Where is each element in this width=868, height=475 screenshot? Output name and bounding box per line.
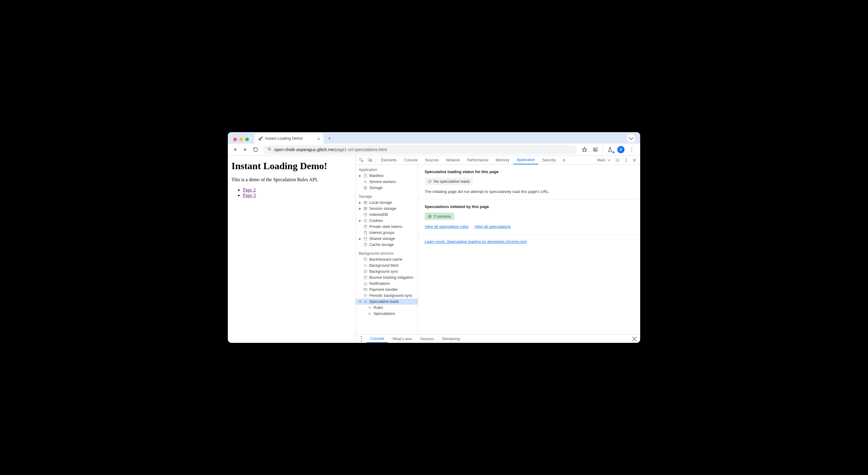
view-rules-link[interactable]: View all speculation rules bbox=[425, 224, 469, 229]
url-text: open-chalk-asparagus.glitch.me/page1-url… bbox=[274, 147, 387, 152]
experiments-button[interactable] bbox=[605, 145, 615, 154]
new-tab-button[interactable]: + bbox=[326, 134, 334, 143]
close-devtools-icon[interactable] bbox=[630, 156, 638, 164]
svg-point-8 bbox=[631, 148, 632, 148]
sidebar-item-indexeddb[interactable]: IndexedDB bbox=[356, 212, 418, 218]
sidebar-item-payment[interactable]: Payment handler bbox=[356, 287, 418, 293]
updown-icon bbox=[367, 311, 372, 316]
reload-button[interactable] bbox=[251, 145, 260, 154]
devtools-tab-network[interactable]: Network bbox=[443, 156, 463, 165]
sync-icon bbox=[363, 269, 368, 274]
sidebar-item-bfcache[interactable]: Back/forward cache bbox=[356, 257, 418, 263]
svg-rect-7 bbox=[595, 149, 596, 150]
minimize-window-button[interactable] bbox=[239, 138, 243, 141]
view-speculations-link[interactable]: View all speculations bbox=[474, 224, 510, 229]
svg-line-43 bbox=[429, 181, 431, 182]
address-bar[interactable]: open-chalk-asparagus.glitch.me/page1-url… bbox=[264, 145, 577, 154]
sidebar-item-storage[interactable]: Storage bbox=[356, 185, 418, 191]
frame-selector[interactable]: Main bbox=[595, 158, 613, 162]
status-text: The initiating page did not attempt to s… bbox=[425, 189, 633, 194]
sidebar-item-rules[interactable]: Rules bbox=[356, 305, 418, 310]
devtools-tab-application[interactable]: Application bbox=[513, 156, 538, 165]
svg-point-10 bbox=[631, 151, 632, 151]
page-heading: Instant Loading Demo! bbox=[231, 160, 352, 172]
file-icon bbox=[363, 173, 368, 178]
svg-point-29 bbox=[364, 213, 367, 214]
sidebar-item-private-tokens[interactable]: Private state tokens bbox=[356, 224, 418, 230]
forward-button[interactable] bbox=[241, 145, 250, 154]
maximize-window-button[interactable] bbox=[245, 138, 249, 141]
sidebar-item-cache-storage[interactable]: Cache storage bbox=[356, 242, 418, 248]
sidebar-item-interest-groups[interactable]: Interest groups bbox=[356, 230, 418, 236]
sidebar-section-title: Application bbox=[356, 167, 418, 173]
svg-point-35 bbox=[364, 237, 367, 238]
table-icon bbox=[363, 200, 368, 205]
separator: · bbox=[471, 224, 472, 229]
tab-close-icon[interactable]: × bbox=[317, 136, 320, 141]
extensions-button[interactable] bbox=[590, 145, 600, 154]
device-toolbar-icon[interactable] bbox=[366, 156, 374, 164]
drawer-tab-whatsnew[interactable]: What's new bbox=[389, 335, 415, 343]
devtools-tab-security[interactable]: Security bbox=[539, 156, 559, 165]
learn-more-link[interactable]: Learn more: Speculative loading on devel… bbox=[425, 239, 527, 244]
close-drawer-icon[interactable] bbox=[630, 335, 638, 343]
updown-icon bbox=[363, 263, 368, 268]
drawer-tab-console[interactable]: Console bbox=[367, 335, 388, 343]
table-icon bbox=[363, 206, 368, 211]
settings-icon[interactable] bbox=[614, 156, 621, 164]
updown-icon bbox=[367, 305, 372, 310]
close-window-button[interactable] bbox=[233, 138, 237, 141]
sidebar-item-manifest[interactable]: ▶Manifest bbox=[356, 173, 418, 179]
status-badge: No speculative loads bbox=[425, 178, 473, 185]
database-icon bbox=[363, 257, 368, 262]
devtools-menu-icon[interactable] bbox=[622, 156, 630, 164]
tab-overflow-button[interactable] bbox=[627, 134, 636, 143]
sidebar-item-speculations[interactable]: Speculations bbox=[356, 310, 418, 317]
tab-title: Instant Loading Demo! bbox=[265, 136, 315, 141]
toolbar: open-chalk-asparagus.glitch.me/page1-url… bbox=[228, 144, 640, 156]
sidebar-item-shared-storage[interactable]: ▶Shared storage bbox=[356, 236, 418, 242]
init-heading: Speculations initiated by this page bbox=[425, 204, 633, 209]
devtools-tab-performance[interactable]: Performance bbox=[464, 156, 492, 165]
devtools-panel: Elements Console Sources Network Perform… bbox=[356, 156, 640, 343]
bookmark-button[interactable] bbox=[580, 145, 589, 154]
clock-icon bbox=[363, 293, 368, 298]
sidebar-item-bounce[interactable]: Bounce tracking mitigation bbox=[356, 274, 418, 280]
sidebar-item-notifications[interactable]: Notifications bbox=[356, 280, 418, 287]
devtools-tab-console[interactable]: Console bbox=[401, 156, 421, 165]
sidebar-item-periodic-sync[interactable]: Periodic background sync bbox=[356, 293, 418, 299]
page-link[interactable]: Page 3 bbox=[243, 192, 256, 198]
chrome-menu-button[interactable] bbox=[627, 145, 637, 154]
sidebar-item-speculative-loads[interactable]: ▼Speculative loads bbox=[356, 299, 418, 305]
sidebar-item-bg-sync[interactable]: Background sync bbox=[356, 268, 418, 274]
svg-point-47 bbox=[361, 340, 362, 342]
drawer-tab-sensors[interactable]: Sensors bbox=[416, 335, 438, 343]
site-settings-icon[interactable] bbox=[267, 147, 272, 152]
sidebar-item-cookies[interactable]: ▶Cookies bbox=[356, 218, 418, 224]
page-link[interactable]: Page 2 bbox=[243, 187, 256, 192]
back-button[interactable] bbox=[230, 145, 240, 154]
drawer-tab-rendering[interactable]: Rendering bbox=[439, 335, 464, 343]
database-icon bbox=[363, 236, 368, 241]
sidebar-item-session-storage[interactable]: ▶Session storage bbox=[356, 206, 418, 212]
devtools-tab-elements[interactable]: Elements bbox=[378, 156, 400, 165]
bell-icon bbox=[363, 281, 368, 286]
sidebar-item-service-workers[interactable]: Service workers bbox=[356, 179, 418, 185]
devtools-tab-memory[interactable]: Memory bbox=[492, 156, 513, 165]
sidebar-item-bg-fetch[interactable]: Background fetch bbox=[356, 263, 418, 268]
cookie-icon bbox=[363, 218, 368, 223]
tab-strip: 🚀 Instant Loading Demo! × + bbox=[228, 132, 640, 144]
page-intro: This is a demo of the Speculation Rules … bbox=[231, 177, 352, 182]
sidebar-item-local-storage[interactable]: ▶Local storage bbox=[356, 200, 418, 206]
browser-tab[interactable]: 🚀 Instant Loading Demo! × bbox=[254, 133, 323, 144]
profile-button[interactable]: B bbox=[616, 145, 626, 154]
svg-point-15 bbox=[626, 158, 626, 159]
inspect-element-icon[interactable] bbox=[358, 156, 365, 164]
svg-point-17 bbox=[626, 161, 626, 161]
svg-point-36 bbox=[364, 243, 367, 244]
devtools-tab-sources[interactable]: Sources bbox=[422, 156, 442, 165]
updown-icon bbox=[363, 299, 368, 304]
devtools-more-tabs-icon[interactable] bbox=[560, 156, 568, 164]
database-icon bbox=[363, 230, 368, 235]
drawer-menu-icon[interactable] bbox=[358, 335, 365, 343]
